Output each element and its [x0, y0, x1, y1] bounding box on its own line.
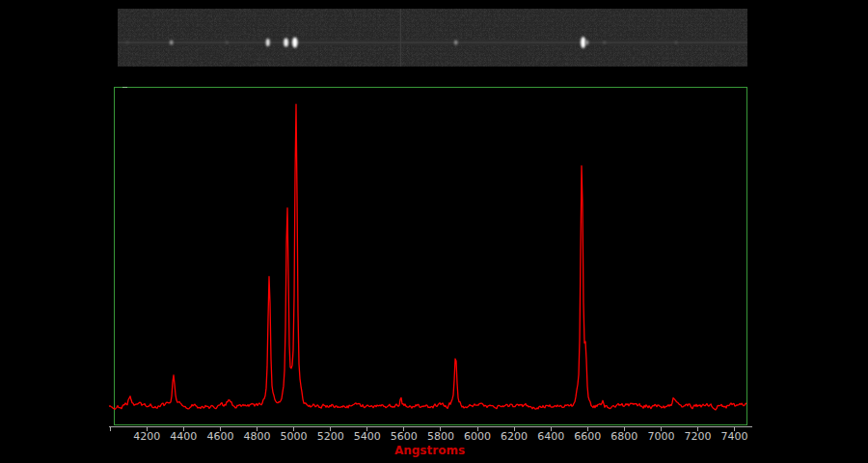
h-delta-knot — [125, 41, 128, 44]
faint-4640-knot — [226, 41, 229, 44]
strip-noise-texture — [118, 9, 747, 67]
oiii-5007-knot — [292, 38, 298, 48]
spectrum-2d-image — [118, 9, 747, 67]
h-gamma-knot — [170, 41, 174, 45]
x-axis-title: Angstroms — [114, 444, 746, 457]
oiii-4959-knot — [284, 39, 288, 47]
spectrum-1d-trace — [109, 88, 746, 424]
nii-6584-knot — [585, 41, 588, 45]
hei-7065-knot — [675, 41, 678, 44]
hei-6678-knot — [603, 41, 606, 44]
x-axis-line — [109, 426, 752, 427]
spectrum-plot-area[interactable] — [114, 87, 747, 425]
hei-5876-knot — [454, 41, 458, 45]
h-alpha-knot — [581, 37, 585, 48]
continuum-line — [118, 41, 747, 42]
app-window: 4200440046004800500052005400560058006000… — [0, 0, 868, 463]
oi-5577-sky-column — [400, 9, 401, 67]
spectrum-line — [109, 104, 746, 410]
spectrum-2d-strip — [118, 9, 747, 67]
x-tick — [110, 426, 111, 431]
plot-border-marker — [122, 87, 127, 88]
x-tick-label: 7400 — [714, 430, 756, 443]
h-beta-knot — [266, 39, 270, 46]
